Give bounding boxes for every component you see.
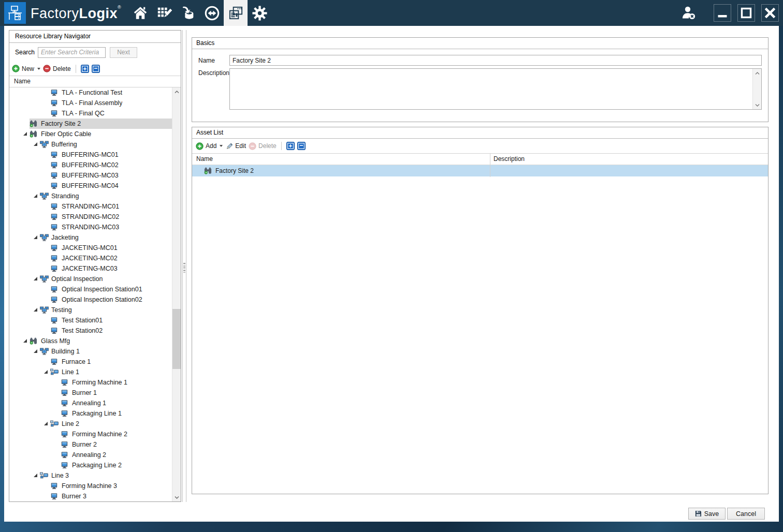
tree-item-body[interactable]: Jacketing [40,232,172,243]
new-button[interactable]: New [12,65,40,72]
tree-item-body[interactable]: STRANDING-MC03 [50,222,172,232]
expander-expanded-icon[interactable] [31,349,40,353]
delete-button[interactable]: Delete [43,65,71,72]
save-button[interactable]: Save [688,508,726,520]
edit-button[interactable]: Edit [225,142,246,150]
tree-item[interactable]: STRANDING-MC02 [9,212,172,222]
add-button[interactable]: Add [196,142,223,150]
tree-item[interactable]: Optical Inspection Station01 [9,284,172,294]
tree-item[interactable]: Glass Mfg [9,336,172,346]
tree-item-body[interactable]: Line 1 [50,367,172,377]
tree-item-body[interactable]: Annealing 2 [61,450,172,460]
delete-button-disabled[interactable]: Delete [249,142,277,150]
tree-item[interactable]: Jacketing [9,232,172,243]
tree-item-body[interactable]: BUFFERING-MC02 [50,160,172,170]
tree-item[interactable]: Stranding [9,191,172,201]
tree-item[interactable]: Line 1 [9,367,172,377]
tree-item-body[interactable]: Optical Inspection Station02 [50,294,172,305]
tree-item[interactable]: BUFFERING-MC01 [9,150,172,160]
tree-item-body[interactable]: JACKETING-MC03 [50,263,172,274]
tree-item[interactable]: Packaging Line 2 [9,460,172,470]
tree-item-body[interactable]: Forming Machine 1 [61,377,172,388]
panel-splitter[interactable] [182,30,186,502]
tree-item-body[interactable]: JACKETING-MC01 [50,243,172,253]
tree-item[interactable]: TLA - Functional Test [9,87,172,98]
column-divider[interactable] [490,154,490,177]
tree-item-body[interactable]: TLA - Final Assembly [50,98,172,108]
tree-item[interactable]: TLA - Final Assembly [9,98,172,108]
tree-item[interactable]: Optical Inspection [9,274,172,284]
tree-item-body[interactable]: Packaging Line 1 [61,408,172,419]
database-import-icon[interactable] [176,0,200,26]
scroll-up-icon[interactable] [753,69,761,78]
tree-item[interactable]: Burner 3 [9,491,172,501]
tree-item[interactable]: BUFFERING-MC03 [9,170,172,181]
data-grid-edit-icon[interactable] [152,0,176,26]
tree-item-body[interactable]: Factory Site 2 [30,119,172,129]
tree-item[interactable]: Fiber Optic Cable [9,129,172,139]
expander-expanded-icon[interactable] [41,422,50,426]
description-field[interactable] [229,68,762,110]
tree-item[interactable]: BUFFERING-MC04 [9,181,172,191]
tree-item[interactable]: Factory Site 2 [9,119,172,129]
tree-item-body[interactable]: Fiber Optic Cable [30,129,172,139]
collapse-all-button[interactable] [92,65,100,73]
tree-item-body[interactable]: Testing [40,305,172,315]
expander-expanded-icon[interactable] [31,194,40,198]
name-field[interactable] [229,55,762,66]
home-icon[interactable] [128,0,152,26]
tree-item-body[interactable]: Optical Inspection Station01 [50,284,172,294]
tree-item-body[interactable]: Line 2 [50,419,172,429]
tree-item-body[interactable]: TLA - Final QC [50,108,172,119]
scroll-up-icon[interactable] [172,87,181,96]
tree-item[interactable]: TLA - Final QC [9,108,172,119]
logout-user-icon[interactable] [678,3,699,23]
cancel-button[interactable]: Cancel [727,508,765,520]
maximize-button[interactable] [737,4,755,22]
next-button[interactable]: Next [110,47,137,58]
tree-item[interactable]: Annealing 1 [9,398,172,408]
expander-expanded-icon[interactable] [31,277,40,281]
tree-item-body[interactable]: BUFFERING-MC01 [50,150,172,160]
close-button[interactable] [761,4,779,22]
expander-expanded-icon[interactable] [31,235,40,240]
tree-item-body[interactable]: Optical Inspection [40,274,172,284]
tree-item-body[interactable]: Test Station01 [50,315,172,326]
tree-item[interactable]: STRANDING-MC01 [9,201,172,212]
tree-item-body[interactable]: Burner 1 [61,388,172,398]
tree-item[interactable]: Forming Machine 3 [9,481,172,491]
tree-item-body[interactable]: Burner 3 [50,491,172,501]
tree-item[interactable]: BUFFERING-MC02 [9,160,172,170]
column-header-description[interactable]: Description [494,154,525,165]
tree-scrollbar[interactable] [172,87,181,501]
scroll-down-icon[interactable] [172,493,181,501]
search-input[interactable] [38,47,106,58]
tree-item[interactable]: JACKETING-MC02 [9,253,172,263]
tree-item-body[interactable]: Building 1 [40,346,172,357]
tree-item-body[interactable]: Burner 2 [61,439,172,450]
tree-item[interactable]: Burner 1 [9,388,172,398]
asset-row[interactable]: Factory Site 2 [192,165,768,176]
tree-item[interactable]: Line 3 [9,470,172,481]
tree-item-body[interactable]: Buffering [40,139,172,150]
tree-item-body[interactable]: TLA - Functional Test [50,87,172,98]
tree-item-body[interactable]: Glass Mfg [30,336,172,346]
tree-item[interactable]: Annealing 2 [9,450,172,460]
sync-icon[interactable] [200,0,224,26]
tree-item-body[interactable]: JACKETING-MC02 [50,253,172,263]
scrollbar-thumb[interactable] [172,309,181,369]
tree-item[interactable]: Buffering [9,139,172,150]
collapse-all-button[interactable] [297,142,306,150]
tree-item[interactable]: Testing [9,305,172,315]
tree-item-body[interactable]: Test Station02 [50,326,172,336]
tree-item[interactable]: Furnace 1 [9,357,172,367]
tree-item[interactable]: JACKETING-MC03 [9,263,172,274]
tree-item[interactable]: Line 2 [9,419,172,429]
tree-item-body[interactable]: Packaging Line 2 [61,460,172,470]
tree-item-body[interactable]: BUFFERING-MC04 [50,181,172,191]
tree-item[interactable]: STRANDING-MC03 [9,222,172,232]
tree-item[interactable]: Packaging Line 1 [9,408,172,419]
tree-item-body[interactable]: Annealing 1 [61,398,172,408]
expander-expanded-icon[interactable] [41,370,50,374]
tree-item-body[interactable]: Furnace 1 [50,357,172,367]
